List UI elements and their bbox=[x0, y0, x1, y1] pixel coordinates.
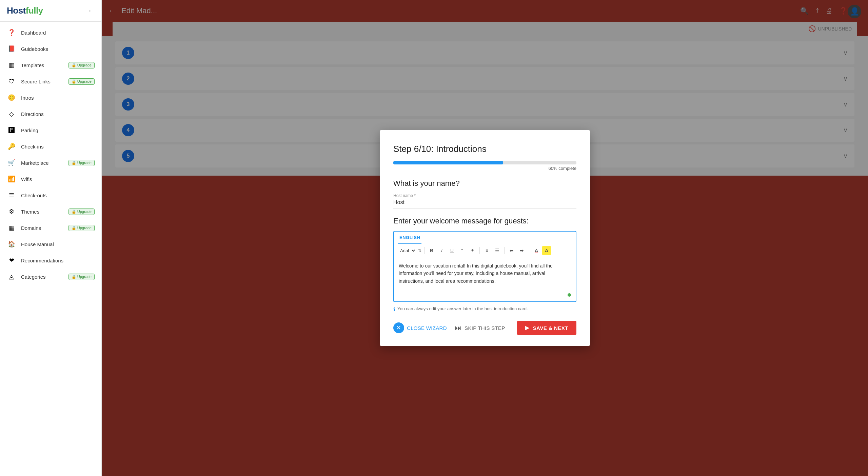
sidebar-item-check-ins[interactable]: 🔑Check-ins bbox=[0, 138, 101, 155]
themes-label: Themes bbox=[21, 209, 68, 215]
sidebar-item-guidebooks[interactable]: 📕Guidebooks bbox=[0, 41, 101, 57]
templates-label: Templates bbox=[21, 62, 68, 68]
action-row: ✕ CLOSE WIZARD ⏭ SKIP THIS STEP ▶ SAVE &… bbox=[393, 321, 576, 335]
directions-icon: ◇ bbox=[7, 109, 16, 119]
close-wizard-button[interactable]: ✕ CLOSE WIZARD bbox=[393, 322, 447, 333]
marketplace-icon: 🛒 bbox=[7, 158, 16, 167]
check-outs-label: Check-outs bbox=[21, 193, 95, 198]
info-note-text: You can always edit your answer later in… bbox=[397, 306, 528, 311]
editor-content: Welcome to our vacation rental! In this … bbox=[399, 263, 553, 284]
toolbar-divider-2 bbox=[479, 247, 480, 254]
sidebar-item-domains[interactable]: ▦Domains🔒 Upgrade bbox=[0, 220, 101, 236]
sidebar: Hostfully ← ❓Dashboard📕Guidebooks▦Templa… bbox=[0, 0, 102, 476]
sidebar-item-wifis[interactable]: 📶Wifis bbox=[0, 171, 101, 187]
host-name-value: Host bbox=[393, 199, 576, 209]
editor-body[interactable]: Welcome to our vacation rental! In this … bbox=[394, 257, 576, 301]
wifis-label: Wifis bbox=[21, 176, 95, 182]
sidebar-item-secure-links[interactable]: 🛡Secure Links🔒 Upgrade bbox=[0, 73, 101, 90]
themes-icon: ⚙ bbox=[7, 207, 16, 216]
guidebooks-label: Guidebooks bbox=[21, 46, 95, 52]
progress-label: 60% complete bbox=[393, 166, 576, 171]
skip-icon: ⏭ bbox=[455, 324, 462, 332]
main-content: ← Edit Mad... 🔍 ⤴ 🖨 ❓ 🗑 🚫 UNPUBLISHED 1∨… bbox=[102, 0, 868, 476]
dashboard-icon: ❓ bbox=[7, 28, 16, 37]
sidebar-item-categories[interactable]: ◬Categories🔒 Upgrade bbox=[0, 269, 101, 285]
sidebar-item-templates[interactable]: ▦Templates🔒 Upgrade bbox=[0, 57, 101, 73]
sidebar-back-icon[interactable]: ← bbox=[88, 7, 95, 15]
unordered-list-button[interactable]: ☰ bbox=[493, 246, 501, 255]
step-title: Step 6/10: Introductions bbox=[393, 144, 576, 154]
toolbar-divider-1 bbox=[424, 247, 425, 254]
sidebar-item-intros[interactable]: 😊Intros bbox=[0, 90, 101, 106]
categories-label: Categories bbox=[21, 274, 68, 280]
save-next-label: SAVE & NEXT bbox=[533, 325, 568, 331]
font-select[interactable]: Arial bbox=[397, 247, 416, 254]
ordered-list-button[interactable]: ≡ bbox=[482, 246, 491, 255]
house-manual-icon: 🏠 bbox=[7, 239, 16, 249]
guidebooks-icon: 📕 bbox=[7, 44, 16, 54]
italic-button[interactable]: I bbox=[437, 246, 446, 255]
parking-icon: 🅿 bbox=[7, 125, 16, 135]
align-left-button[interactable]: ⬅ bbox=[507, 246, 516, 255]
marketplace-upgrade-badge[interactable]: 🔒 Upgrade bbox=[68, 160, 95, 166]
skip-step-button[interactable]: ⏭ SKIP THIS STEP bbox=[455, 324, 505, 332]
domains-upgrade-badge[interactable]: 🔒 Upgrade bbox=[68, 225, 95, 231]
underline-button[interactable]: U bbox=[448, 246, 456, 255]
highlight-button[interactable]: A bbox=[542, 246, 551, 255]
wifis-icon: 📶 bbox=[7, 174, 16, 184]
question1-title: What is your name? bbox=[393, 179, 576, 188]
strikethrough-button[interactable]: T bbox=[468, 246, 477, 255]
secure-links-label: Secure Links bbox=[21, 79, 68, 84]
sidebar-item-dashboard[interactable]: ❓Dashboard bbox=[0, 24, 101, 41]
categories-icon: ◬ bbox=[7, 272, 16, 281]
marketplace-label: Marketplace bbox=[21, 160, 68, 166]
logo: Hostfully bbox=[7, 5, 43, 16]
sidebar-header: Hostfully ← bbox=[0, 0, 101, 22]
domains-icon: ▦ bbox=[7, 223, 16, 233]
bold-button[interactable]: B bbox=[427, 246, 436, 255]
quote-button[interactable]: " bbox=[458, 246, 467, 255]
modal-overlay: Step 6/10: Introductions 60% complete Wh… bbox=[102, 0, 868, 476]
close-wizard-label: CLOSE WIZARD bbox=[407, 325, 447, 331]
house-manual-label: House Manual bbox=[21, 241, 95, 247]
sidebar-item-directions[interactable]: ◇Directions bbox=[0, 106, 101, 122]
sidebar-nav: ❓Dashboard📕Guidebooks▦Templates🔒 Upgrade… bbox=[0, 22, 101, 476]
dashboard-label: Dashboard bbox=[21, 30, 95, 36]
secure-links-upgrade-badge[interactable]: 🔒 Upgrade bbox=[68, 78, 95, 85]
domains-label: Domains bbox=[21, 225, 68, 231]
progress-container: 60% complete bbox=[393, 161, 576, 171]
sidebar-item-parking[interactable]: 🅿Parking bbox=[0, 122, 101, 138]
recommendations-label: Recommendations bbox=[21, 258, 95, 263]
close-wizard-icon: ✕ bbox=[393, 322, 404, 333]
toolbar-divider-4 bbox=[529, 247, 529, 254]
templates-icon: ▦ bbox=[7, 60, 16, 70]
progress-bar-fill bbox=[393, 161, 503, 164]
host-name-label: Host name * bbox=[393, 193, 576, 198]
categories-upgrade-badge[interactable]: 🔒 Upgrade bbox=[68, 274, 95, 280]
editor-tab-english[interactable]: ENGLISH bbox=[398, 232, 421, 244]
secure-links-icon: 🛡 bbox=[7, 77, 16, 86]
skip-step-label: SKIP THIS STEP bbox=[465, 325, 505, 331]
font-size-icon: ⇅ bbox=[418, 248, 421, 253]
save-next-button[interactable]: ▶ SAVE & NEXT bbox=[517, 321, 576, 335]
directions-label: Directions bbox=[21, 111, 95, 117]
editor-tabs: ENGLISH bbox=[394, 232, 576, 244]
templates-upgrade-badge[interactable]: 🔒 Upgrade bbox=[68, 62, 95, 68]
intros-label: Intros bbox=[21, 95, 95, 101]
font-color-button[interactable]: A bbox=[532, 246, 541, 255]
sidebar-item-recommendations[interactable]: ❤Recommendations bbox=[0, 252, 101, 269]
green-dot bbox=[568, 293, 571, 297]
sidebar-item-themes[interactable]: ⚙Themes🔒 Upgrade bbox=[0, 203, 101, 220]
check-ins-label: Check-ins bbox=[21, 144, 95, 150]
save-next-icon: ▶ bbox=[525, 325, 530, 331]
question2-title: Enter your welcome message for guests: bbox=[393, 217, 576, 225]
sidebar-item-house-manual[interactable]: 🏠House Manual bbox=[0, 236, 101, 252]
sidebar-item-marketplace[interactable]: 🛒Marketplace🔒 Upgrade bbox=[0, 155, 101, 171]
progress-bar-bg bbox=[393, 161, 576, 164]
check-ins-icon: 🔑 bbox=[7, 142, 16, 151]
parking-label: Parking bbox=[21, 127, 95, 133]
themes-upgrade-badge[interactable]: 🔒 Upgrade bbox=[68, 209, 95, 215]
info-icon: ℹ bbox=[393, 306, 395, 313]
sidebar-item-check-outs[interactable]: ☰Check-outs bbox=[0, 187, 101, 203]
align-right-button[interactable]: ➡ bbox=[517, 246, 526, 255]
